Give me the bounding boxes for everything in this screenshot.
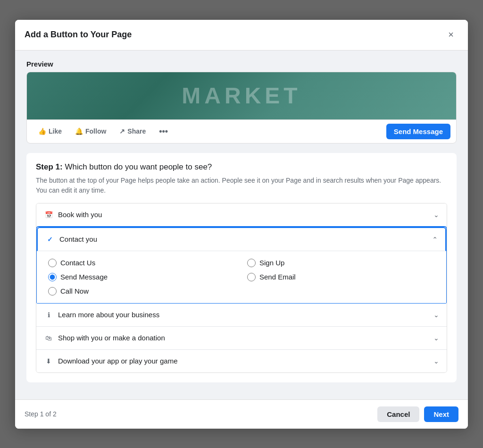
shop-icon: 🛍 (44, 333, 53, 343)
step-title: Step 1: Which button do you want people … (36, 162, 447, 172)
radio-contact-us[interactable] (48, 259, 57, 267)
accordion-label-book: Book with you (58, 211, 102, 219)
radio-grid: Contact Us Sign Up Send Message (48, 259, 435, 296)
send-message-preview-button[interactable]: Send Message (386, 124, 450, 139)
preview-section: Preview MARKET 👍 Like 🔔 Follow (26, 60, 457, 144)
cover-text: MARKET (182, 83, 301, 109)
accordion-body-contact: Contact Us Sign Up Send Message (37, 251, 446, 303)
info-icon: ℹ (44, 310, 53, 320)
preview-cover: MARKET (27, 72, 456, 119)
accordion-item-contact: ✓ Contact you ⌄ Contact Us (36, 226, 447, 304)
modal-footer: Step 1 of 2 Cancel Next (15, 399, 468, 429)
radio-option-contact-us[interactable]: Contact Us (48, 259, 236, 267)
accordion-label-download: Download your app or play your game (58, 357, 177, 365)
download-icon: ⬇ (44, 356, 53, 366)
accordion-header-book[interactable]: 📅 Book with you ⌄ (36, 203, 447, 226)
accordion-label-learn: Learn more about your business (58, 311, 159, 319)
accordion-left-book: 📅 Book with you (44, 210, 102, 220)
modal-overlay: Add a Button to Your Page × Preview MARK… (0, 0, 483, 448)
check-icon: ✓ (45, 235, 55, 244)
share-icon: ↗ (119, 127, 125, 135)
accordion-left-learn: ℹ Learn more about your business (44, 310, 159, 320)
accordion-left-shop: 🛍 Shop with you or make a donation (44, 333, 165, 343)
radio-label-send-message: Send Message (60, 273, 108, 281)
accordion: 📅 Book with you ⌄ ✓ Contact you (36, 203, 447, 373)
radio-option-send-message[interactable]: Send Message (48, 273, 236, 281)
share-button[interactable]: ↗ Share (114, 125, 151, 138)
radio-label-sign-up: Sign Up (259, 259, 284, 267)
chevron-down-icon-shop: ⌄ (433, 334, 439, 342)
radio-send-message[interactable] (48, 273, 57, 281)
like-label: Like (49, 127, 62, 135)
accordion-left-contact: ✓ Contact you (45, 235, 97, 244)
step-title-main: Which button do you want people to see? (63, 162, 212, 171)
radio-label-call-now: Call Now (60, 287, 89, 295)
preview-card: MARKET 👍 Like 🔔 Follow ↗ Sh (26, 72, 457, 144)
chevron-down-icon-learn: ⌄ (433, 311, 439, 319)
footer-buttons: Cancel Next (377, 406, 458, 422)
radio-option-sign-up[interactable]: Sign Up (247, 259, 435, 267)
calendar-icon: 📅 (44, 210, 53, 220)
radio-option-call-now[interactable]: Call Now (48, 287, 236, 296)
chevron-down-icon-book: ⌄ (433, 211, 439, 219)
like-button[interactable]: 👍 Like (33, 125, 67, 138)
chevron-up-icon-contact: ⌄ (432, 236, 438, 243)
step-section: Step 1: Which button do you want people … (26, 153, 457, 382)
follow-label: Follow (85, 127, 106, 135)
like-icon: 👍 (38, 127, 46, 135)
preview-label: Preview (26, 60, 457, 68)
accordion-item-learn: ℹ Learn more about your business ⌄ (36, 304, 447, 327)
footer-step-text: Step 1 of 2 (25, 410, 57, 418)
more-button[interactable]: ••• (153, 124, 174, 139)
radio-sign-up[interactable] (247, 259, 256, 267)
follow-icon: 🔔 (75, 127, 83, 135)
radio-label-contact-us: Contact Us (60, 259, 95, 267)
radio-call-now[interactable] (48, 287, 57, 296)
radio-label-send-email: Send Email (259, 273, 296, 281)
more-icon: ••• (159, 127, 168, 136)
accordion-header-shop[interactable]: 🛍 Shop with you or make a donation ⌄ (36, 327, 447, 349)
chevron-down-icon-download: ⌄ (433, 357, 439, 365)
accordion-item-shop: 🛍 Shop with you or make a donation ⌄ (36, 327, 447, 350)
follow-button[interactable]: 🔔 Follow (69, 125, 112, 138)
close-button[interactable]: × (443, 27, 458, 42)
accordion-item-download: ⬇ Download your app or play your game ⌄ (36, 350, 447, 372)
modal-header: Add a Button to Your Page × (15, 20, 468, 51)
step-description: The button at the top of your Page helps… (36, 176, 447, 195)
accordion-header-learn[interactable]: ℹ Learn more about your business ⌄ (36, 304, 447, 326)
accordion-left-download: ⬇ Download your app or play your game (44, 356, 177, 366)
accordion-label-shop: Shop with you or make a donation (58, 334, 165, 342)
accordion-item-book: 📅 Book with you ⌄ (36, 203, 447, 227)
modal-title: Add a Button to Your Page (25, 30, 132, 40)
share-label: Share (127, 127, 146, 135)
cancel-button[interactable]: Cancel (377, 406, 419, 422)
preview-actions: 👍 Like 🔔 Follow ↗ Share ••• (27, 119, 456, 143)
modal-body: Preview MARKET 👍 Like 🔔 Follow (15, 51, 468, 399)
radio-send-email[interactable] (247, 273, 256, 281)
accordion-label-contact: Contact you (59, 235, 97, 243)
step-title-prefix: Step 1: (36, 162, 63, 171)
accordion-header-download[interactable]: ⬇ Download your app or play your game ⌄ (36, 350, 447, 372)
modal-dialog: Add a Button to Your Page × Preview MARK… (15, 20, 468, 429)
radio-option-send-email[interactable]: Send Email (247, 273, 435, 281)
next-button[interactable]: Next (424, 406, 458, 422)
accordion-header-contact[interactable]: ✓ Contact you ⌄ (37, 227, 446, 251)
